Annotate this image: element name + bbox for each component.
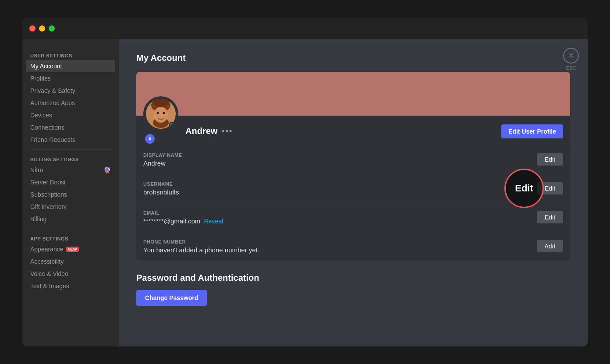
sidebar-item-label: Friend Requests [30, 136, 75, 143]
sidebar-item-label: Accessibility [30, 258, 64, 265]
sidebar-item-label: My Account [30, 63, 62, 70]
sidebar-item-text-images[interactable]: Text & Images [26, 280, 115, 292]
sidebar-item-gift-inventory[interactable]: Gift Inventory [26, 201, 115, 213]
avatar-wrap: # [143, 96, 178, 144]
display-name-label: DISPLAY NAME [143, 152, 182, 158]
user-settings-label: User Settings [26, 49, 115, 60]
display-name-field: DISPLAY NAME Andrew [143, 152, 182, 167]
email-label: EMAIL [143, 210, 223, 216]
email-value: ********@gmail.com Reveal [143, 217, 223, 225]
maximize-button[interactable] [49, 25, 55, 32]
phone-field: PHONE NUMBER You haven't added a phone n… [143, 239, 259, 254]
display-name-row: DISPLAY NAME Andrew Edit [136, 145, 570, 174]
app-window: User Settings My Account Profiles Privac… [22, 18, 588, 346]
close-icon: ✕ [563, 48, 579, 64]
sidebar-item-label: Text & Images [30, 283, 69, 290]
sidebar-item-label: Profiles [30, 75, 51, 82]
traffic-lights [29, 25, 55, 32]
display-name-value: Andrew [143, 159, 182, 167]
minimize-button[interactable] [39, 25, 45, 32]
sidebar-item-authorized-apps[interactable]: Authorized Apps [26, 97, 115, 109]
sidebar-item-label: Appearance [30, 246, 64, 253]
more-options-icon[interactable]: ••• [222, 127, 233, 136]
edit-circle-overlay: Edit [504, 169, 544, 208]
svg-point-6 [163, 112, 165, 114]
svg-point-4 [154, 107, 168, 123]
esc-label: ESC [566, 65, 576, 71]
page-title: My Account [136, 53, 570, 63]
phone-label: PHONE NUMBER [143, 239, 259, 244]
phone-add-button[interactable]: Add [537, 240, 563, 252]
email-row: EMAIL ********@gmail.com Reveal Edit [136, 203, 570, 232]
online-status-dot [169, 122, 176, 129]
avatar [143, 96, 178, 131]
fields-card: DISPLAY NAME Andrew Edit USERNAME brohsn… [136, 145, 570, 261]
sidebar-item-profiles[interactable]: Profiles [26, 72, 115, 85]
sidebar-divider-1 [30, 149, 111, 150]
esc-button[interactable]: ✕ ESC [563, 48, 579, 71]
change-password-button[interactable]: Change Password [136, 290, 207, 306]
sidebar-item-label: Connections [30, 124, 64, 131]
reveal-link[interactable]: Reveal [204, 218, 223, 225]
password-section-title: Password and Authentication [136, 273, 570, 283]
close-button[interactable] [29, 25, 35, 32]
username-field: USERNAME brohsnbluffs [143, 181, 179, 196]
sidebar-item-billing[interactable]: Billing [26, 213, 115, 225]
sidebar: User Settings My Account Profiles Privac… [22, 39, 119, 346]
profile-name: Andrew ••• [185, 126, 233, 136]
username-label: USERNAME [143, 181, 179, 187]
profile-banner [136, 72, 570, 116]
sidebar-item-nitro[interactable]: Nitro 🔮 [26, 164, 115, 176]
main-content: ✕ ESC My Account [119, 39, 588, 346]
sidebar-item-server-boost[interactable]: Server Boost [26, 176, 115, 188]
sidebar-divider-2 [30, 229, 111, 229]
phone-value: You haven't added a phone number yet. [143, 246, 259, 254]
username-value: brohsnbluffs [143, 188, 179, 196]
nitro-icon: 🔮 [103, 166, 111, 173]
username-text: Andrew [185, 126, 217, 136]
content-area: User Settings My Account Profiles Privac… [22, 39, 588, 346]
profile-info: # Andrew ••• Edit User Profile [136, 116, 570, 145]
sidebar-item-label: Devices [30, 112, 52, 119]
sidebar-item-voice-video[interactable]: Voice & Video [26, 268, 115, 280]
titlebar [22, 18, 588, 39]
username-row: USERNAME brohsnbluffs Edit Edit [136, 174, 570, 203]
sidebar-item-label: Authorized Apps [30, 99, 75, 106]
phone-row: PHONE NUMBER You haven't added a phone n… [136, 232, 570, 261]
email-edit-button[interactable]: Edit [537, 211, 563, 223]
sidebar-item-label: Nitro [30, 166, 43, 173]
sidebar-item-connections[interactable]: Connections [26, 121, 115, 134]
sidebar-item-devices[interactable]: Devices [26, 109, 115, 121]
sidebar-item-friend-requests[interactable]: Friend Requests [26, 134, 115, 146]
sidebar-item-label: Gift Inventory [30, 203, 67, 210]
sidebar-item-label: Subscriptions [30, 191, 67, 198]
sidebar-item-label: Voice & Video [30, 270, 68, 277]
profile-card: # Andrew ••• Edit User Profile [136, 72, 570, 261]
billing-settings-label: Billing Settings [26, 153, 115, 164]
tag-badge: # [145, 134, 155, 144]
sidebar-item-my-account[interactable]: My Account [26, 60, 115, 72]
new-badge: NEW [66, 247, 79, 252]
svg-point-5 [157, 112, 159, 114]
sidebar-item-label: Privacy & Safety [30, 87, 75, 94]
email-field: EMAIL ********@gmail.com Reveal [143, 210, 223, 225]
sidebar-item-label: Server Boost [30, 179, 66, 186]
edit-profile-button[interactable]: Edit User Profile [501, 124, 563, 138]
profile-name-row: Andrew ••• Edit User Profile [185, 121, 563, 138]
sidebar-item-privacy-safety[interactable]: Privacy & Safety [26, 85, 115, 97]
display-name-edit-button[interactable]: Edit [537, 153, 563, 166]
sidebar-item-accessibility[interactable]: Accessibility [26, 255, 115, 268]
app-settings-label: App Settings [26, 233, 115, 243]
sidebar-item-appearance[interactable]: Appearance NEW [26, 243, 115, 255]
sidebar-item-subscriptions[interactable]: Subscriptions [26, 188, 115, 201]
edit-circle-text: Edit [515, 183, 533, 194]
sidebar-item-label: Billing [30, 216, 46, 223]
